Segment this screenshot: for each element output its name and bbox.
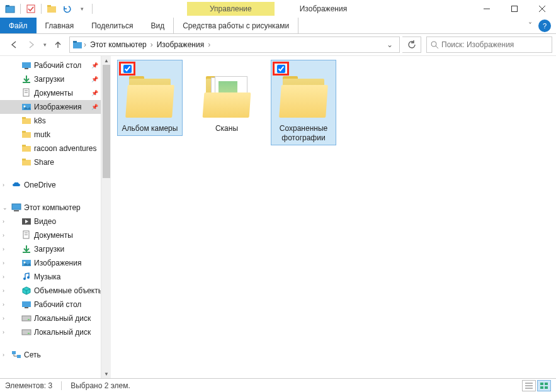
back-button[interactable] bbox=[5, 36, 23, 53]
nav-item[interactable]: mutk bbox=[0, 128, 101, 142]
breadcrumb-sep[interactable]: › bbox=[149, 40, 154, 49]
svg-rect-29 bbox=[12, 204, 21, 210]
expand-icon[interactable]: › bbox=[3, 315, 9, 322]
expand-icon[interactable]: › bbox=[3, 352, 9, 358]
nav-item[interactable]: k8s bbox=[0, 114, 101, 128]
address-dropdown-icon[interactable]: ⌄ bbox=[383, 40, 397, 49]
minimize-button[interactable] bbox=[473, 0, 501, 18]
recent-dropdown-icon[interactable]: ▾ bbox=[40, 36, 49, 53]
properties-icon[interactable] bbox=[25, 3, 37, 15]
search-icon bbox=[431, 41, 439, 49]
tab-view[interactable]: Вид bbox=[142, 18, 173, 33]
status-count: Элементов: 3 bbox=[5, 381, 52, 390]
details-view-button[interactable] bbox=[522, 380, 536, 391]
expand-icon[interactable]: › bbox=[3, 182, 9, 188]
search-box[interactable] bbox=[426, 36, 552, 53]
documents-icon bbox=[21, 88, 31, 98]
nav-item[interactable]: ⌄Этот компьютер bbox=[0, 201, 101, 215]
up-button[interactable] bbox=[49, 36, 67, 53]
expand-icon[interactable]: › bbox=[3, 274, 9, 280]
folder-icon[interactable] bbox=[45, 3, 58, 15]
nav-item[interactable]: ›OneDrive bbox=[0, 178, 101, 192]
nav-item[interactable]: Изображения📌 bbox=[0, 100, 101, 114]
svg-rect-1 bbox=[6, 5, 9, 7]
svg-rect-9 bbox=[73, 42, 82, 48]
nav-label: Видео bbox=[34, 217, 56, 226]
content-pane[interactable]: Альбом камерыСканыСохраненные фотографии bbox=[111, 56, 556, 378]
nav-item[interactable]: racoon adventures bbox=[0, 142, 101, 155]
nav-item[interactable]: ›Изображения bbox=[0, 256, 101, 270]
folder-icon bbox=[125, 76, 174, 121]
pin-icon: 📌 bbox=[91, 62, 98, 69]
ribbon-collapse-icon[interactable]: ˅ bbox=[525, 18, 536, 33]
nav-item[interactable]: ›Документы bbox=[0, 228, 101, 242]
nav-item[interactable]: Share bbox=[0, 155, 101, 169]
svg-rect-24 bbox=[22, 131, 26, 133]
breadcrumb-sep[interactable]: › bbox=[207, 40, 212, 49]
svg-rect-2 bbox=[27, 5, 35, 13]
breadcrumb-root[interactable]: Этот компьютер bbox=[88, 40, 149, 49]
nav-item[interactable]: ›Рабочий стол bbox=[0, 298, 101, 311]
folder-item[interactable]: Альбом камеры bbox=[117, 60, 183, 136]
downloads-icon bbox=[21, 244, 31, 254]
disk-icon bbox=[21, 313, 31, 323]
expand-icon[interactable]: › bbox=[3, 288, 9, 294]
selection-checkbox[interactable] bbox=[123, 65, 132, 73]
nav-item[interactable]: ›Сеть bbox=[0, 348, 101, 362]
scroll-down-icon[interactable]: ▼ bbox=[101, 369, 111, 378]
nav-item[interactable]: ›Объемные объекты bbox=[0, 284, 101, 298]
forward-button[interactable] bbox=[23, 36, 40, 53]
svg-rect-51 bbox=[540, 383, 543, 385]
tab-share[interactable]: Поделиться bbox=[82, 18, 142, 33]
search-input[interactable] bbox=[441, 40, 548, 49]
nav-item[interactable]: ›Загрузки bbox=[0, 242, 101, 256]
close-button[interactable] bbox=[528, 0, 556, 18]
expand-icon[interactable]: › bbox=[3, 232, 9, 238]
nav-scrollbar[interactable]: ▲ ▼ bbox=[101, 56, 111, 378]
refresh-button[interactable] bbox=[402, 36, 421, 53]
address-bar[interactable]: › Этот компьютер › Изображения › ⌄ bbox=[69, 36, 400, 53]
expand-icon[interactable]: › bbox=[3, 260, 9, 266]
svg-rect-23 bbox=[22, 132, 31, 138]
folder-item[interactable]: Сканы bbox=[194, 60, 259, 136]
icons-view-button[interactable] bbox=[537, 380, 551, 391]
svg-rect-4 bbox=[47, 5, 51, 7]
help-button[interactable]: ? bbox=[538, 20, 551, 32]
nav-item[interactable]: Документы📌 bbox=[0, 86, 101, 100]
nav-item[interactable]: Загрузки📌 bbox=[0, 72, 101, 86]
expand-icon[interactable]: › bbox=[3, 218, 9, 225]
scroll-up-icon[interactable]: ▲ bbox=[101, 56, 111, 65]
svg-rect-26 bbox=[22, 145, 26, 147]
svg-rect-40 bbox=[22, 301, 31, 307]
network-icon bbox=[11, 350, 21, 360]
scroll-thumb[interactable] bbox=[103, 65, 110, 178]
svg-rect-14 bbox=[25, 68, 28, 69]
tab-picture-tools[interactable]: Средства работы с рисунками bbox=[173, 18, 298, 33]
desktop-icon bbox=[21, 300, 31, 310]
nav-label: Этот компьютер bbox=[24, 203, 81, 212]
separator bbox=[20, 4, 21, 14]
separator bbox=[92, 4, 93, 14]
qat-dropdown-icon[interactable]: ▾ bbox=[76, 3, 88, 15]
expand-icon[interactable]: ⌄ bbox=[3, 204, 9, 211]
tab-home[interactable]: Главная bbox=[37, 18, 83, 33]
nav-item[interactable]: ›Музыка bbox=[0, 270, 101, 284]
breadcrumb-current[interactable]: Изображения bbox=[154, 40, 207, 49]
expand-icon[interactable]: › bbox=[3, 329, 9, 335]
selection-checkbox[interactable] bbox=[277, 65, 285, 73]
undo-icon[interactable] bbox=[60, 3, 73, 15]
expand-icon[interactable]: › bbox=[3, 246, 9, 252]
folder-item[interactable]: Сохраненные фотографии bbox=[271, 60, 336, 145]
maximize-button[interactable] bbox=[501, 0, 528, 18]
documents-icon bbox=[21, 230, 31, 240]
tab-file[interactable]: Файл bbox=[0, 18, 37, 33]
breadcrumb-sep[interactable]: › bbox=[82, 40, 88, 49]
nav-item[interactable]: ›Видео bbox=[0, 215, 101, 228]
nav-item[interactable]: ›Локальный диск bbox=[0, 311, 101, 325]
app-icon bbox=[4, 3, 16, 15]
nav-item[interactable]: ›Локальный диск bbox=[0, 325, 101, 339]
svg-point-20 bbox=[24, 106, 26, 108]
expand-icon[interactable]: › bbox=[3, 301, 9, 308]
quick-access-toolbar: ▾ bbox=[0, 3, 94, 15]
nav-item[interactable]: Рабочий стол📌 bbox=[0, 59, 101, 72]
